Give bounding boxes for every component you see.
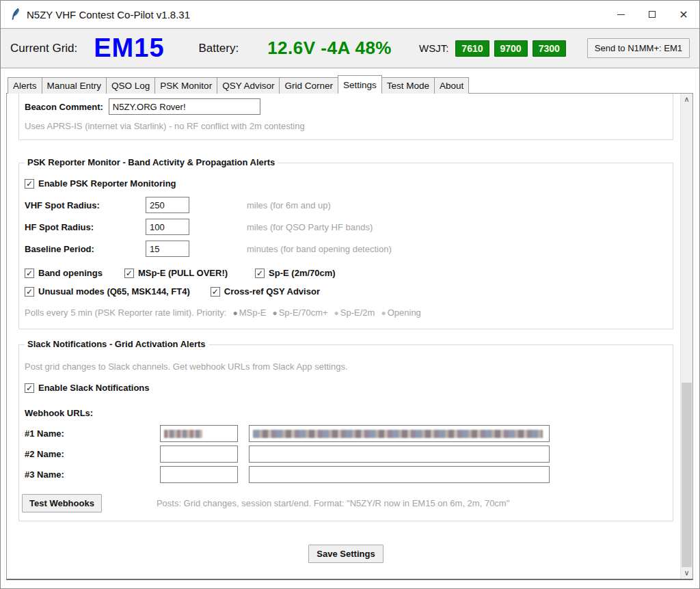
slack-groupbox-title: Slack Notifications - Grid Activation Al… [25,339,208,349]
checkbox-checked-icon[interactable]: ✓ [25,179,34,189]
settings-scroll-area: Beacon Comment: Uses APRS-IS (internet v… [7,94,680,579]
tab-grid-corner[interactable]: Grid Corner [279,77,338,94]
wsjt-badge[interactable]: 7610 [455,40,489,57]
current-grid-value: EM15 [94,33,164,63]
send-to-n1mm-button[interactable]: Send to N1MM+: EM1 [587,38,690,58]
scrollbar-thumb[interactable] [682,383,692,567]
priority-dot-icon: ● [381,308,386,318]
settings-panel: Beacon Comment: Uses APRS-IS (internet v… [6,93,693,580]
minimize-icon [617,14,625,15]
wsjt-badge[interactable]: 9700 [494,40,528,57]
webhook1-url-input[interactable] [249,425,550,442]
unusual-modes-label: Unusual modes (Q65, MSK144, FT4) [38,286,190,297]
app-feather-icon [9,8,21,21]
mspe-checkbox[interactable]: ✓ MSp-E (PULL OVER!) [124,268,228,278]
window-title: N5ZY VHF Contest Co-Pilot v1.8.31 [27,9,190,20]
crossref-qsy-label: Cross-ref QSY Advisor [224,286,320,297]
window-controls: ✕ [605,1,699,28]
enable-psk-checkbox-row[interactable]: ✓ Enable PSK Reporter Monitoring [25,178,667,189]
webhook3-name-input[interactable] [160,466,238,483]
close-button[interactable]: ✕ [668,1,699,28]
webhook2-name-input[interactable] [160,446,238,463]
hf-spot-radius-label: HF Spot Radius: [25,222,146,232]
webhook3-url-input[interactable] [249,466,550,483]
tab-psk-monitor[interactable]: PSK Monitor [154,77,217,94]
baseline-period-label: Baseline Period: [25,244,146,254]
baseline-period-hint: minutes (for band opening detection) [247,244,392,254]
band-openings-checkbox[interactable]: ✓ Band openings [25,268,103,278]
wsjt-badge[interactable]: 7300 [533,40,566,57]
baseline-period-input[interactable] [146,241,189,257]
priority-dot-icon: ● [272,308,277,318]
spe-checkbox[interactable]: ✓ Sp-E (2m/70cm) [255,268,336,278]
webhook-urls-label: Webhook URLs: [25,408,667,418]
polls-prefix: Polls every 5 min (PSK Reporter rate lim… [25,307,226,318]
enable-psk-label: Enable PSK Reporter Monitoring [38,178,176,189]
psk-groupbox-title: PSK Reporter Monitor - Band Activity & P… [25,157,278,167]
tab-settings[interactable]: Settings [338,75,382,94]
polls-priority-hint: Polls every 5 min (PSK Reporter rate lim… [25,307,667,318]
psk-reporter-groupbox: PSK Reporter Monitor - Band Activity & P… [18,163,673,329]
tab-qso-log[interactable]: QSO Log [106,77,155,94]
webhook1-name-input[interactable] [160,425,238,442]
mspe-label: MSp-E (PULL OVER!) [138,268,228,278]
slack-groupbox: Slack Notifications - Grid Activation Al… [18,344,673,521]
redacted-text [253,430,543,438]
priority-label: Sp-E/2m [340,307,375,318]
maximize-button[interactable] [636,1,668,28]
close-icon: ✕ [679,8,688,21]
priority-label: Sp-E/70cm+ [279,307,328,318]
vhf-spot-radius-label: VHF Spot Radius: [25,200,146,210]
webhook3-name-label: #3 Name: [25,469,160,480]
enable-slack-checkbox-row[interactable]: ✓ Enable Slack Notifications [25,383,667,393]
webhook2-name-label: #2 Name: [25,449,160,459]
tab-bar: Alerts Manual Entry QSO Log PSK Monitor … [1,75,699,94]
checkbox-checked-icon[interactable]: ✓ [25,269,34,278]
save-settings-button[interactable]: Save Settings [308,545,383,563]
battery-value: 12.6V -4A 48% [267,38,392,59]
scroll-down-icon[interactable]: ∨ [681,567,692,579]
hf-spot-radius-input[interactable] [146,219,189,235]
webhook1-name-label: #1 Name: [25,428,160,439]
app-window: N5ZY VHF Contest Co-Pilot v1.8.31 ✕ Curr… [0,0,700,589]
tab-manual-entry[interactable]: Manual Entry [42,77,107,94]
checkbox-checked-icon[interactable]: ✓ [25,383,34,393]
beacon-comment-label: Beacon Comment: [25,102,103,112]
tab-test-mode[interactable]: Test Mode [381,77,435,94]
priority-label: MSp-E [239,307,267,318]
current-grid-label: Current Grid: [10,42,77,55]
spe-label: Sp-E (2m/70cm) [269,268,336,278]
posts-format-hint: Posts: Grid changes, session start/end. … [157,498,509,508]
scroll-up-icon[interactable]: ∧ [681,94,692,105]
checkbox-checked-icon[interactable]: ✓ [211,287,220,297]
maximize-icon [649,11,656,18]
vhf-spot-radius-input[interactable] [146,197,189,213]
unusual-modes-checkbox[interactable]: ✓ Unusual modes (Q65, MSK144, FT4) [25,286,190,297]
enable-slack-label: Enable Slack Notifications [38,383,150,393]
beacon-comment-input[interactable] [109,98,260,115]
beacon-hint: Uses APRS-IS (internet via Starlink) - n… [25,121,667,131]
checkbox-checked-icon[interactable]: ✓ [124,269,134,278]
beacon-groupbox: Beacon Comment: Uses APRS-IS (internet v… [18,94,673,140]
wsjt-label: WSJT: [419,42,448,54]
slack-intro-hint: Post grid changes to Slack channels. Get… [25,361,667,372]
tab-about[interactable]: About [434,77,469,94]
crossref-qsy-checkbox[interactable]: ✓ Cross-ref QSY Advisor [211,286,320,297]
hf-spot-radius-hint: miles (for QSO Party HF bands) [247,222,373,232]
test-webhooks-button[interactable]: Test Webhooks [22,494,102,512]
scrollbar-track[interactable] [681,105,692,567]
battery-label: Battery: [199,42,239,55]
minimize-button[interactable] [605,1,636,28]
checkbox-checked-icon[interactable]: ✓ [255,269,265,278]
checkbox-checked-icon[interactable]: ✓ [25,287,34,297]
vertical-scrollbar[interactable]: ∧ ∨ [680,94,692,579]
tab-qsy-advisor[interactable]: QSY Advisor [217,77,280,94]
wsjt-badges: 7610 9700 7300 [455,40,565,57]
priority-dot-icon: ● [232,308,237,318]
webhook2-url-input[interactable] [249,446,550,463]
band-openings-label: Band openings [38,268,103,278]
priority-dot-icon: ● [334,308,339,318]
tab-alerts[interactable]: Alerts [8,77,42,94]
title-bar: N5ZY VHF Contest Co-Pilot v1.8.31 ✕ [1,1,699,28]
priority-label: Opening [388,307,421,318]
